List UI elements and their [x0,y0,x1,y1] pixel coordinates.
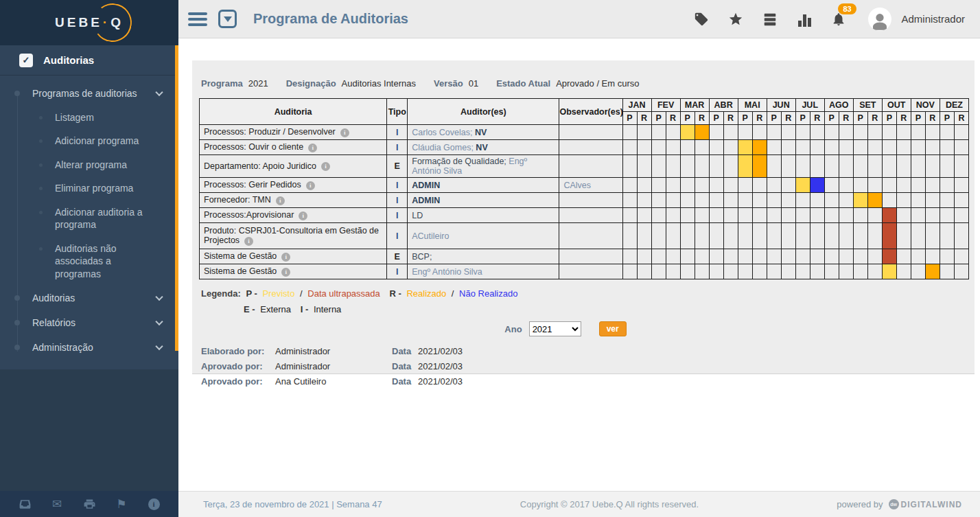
auditor-name[interactable]: NV [474,143,488,152]
schedule-cell-empty [810,125,824,140]
observer-name[interactable]: CAlves [559,178,622,193]
auditor-name[interactable]: LD [412,211,423,220]
column-header: Auditor(es) [408,99,559,125]
mail-icon[interactable]: ✉ [50,497,64,511]
auditor-name[interactable]: Carlos Covelas; [412,128,472,137]
app-logo[interactable]: UEBE·Q [0,0,178,45]
audit-title-cell: Processos: Ouvir o clientei [200,140,387,155]
schedule-cell-empty [622,125,637,140]
info-icon[interactable]: i [281,268,290,277]
server-list-icon[interactable] [762,12,778,27]
schedule-cell-yellow[interactable] [738,140,752,155]
sidebar-item-auditorias-nao-associadas[interactable]: Auditorias não associadas a programas [0,237,178,286]
sidebar-item-adicionar-programa[interactable]: Adicionar programa [0,129,178,152]
info-icon[interactable]: i [281,253,290,262]
month-header-out: OUT [882,99,911,112]
info-icon[interactable]: i [244,237,253,246]
info-icon[interactable]: i [340,128,349,137]
hamburger-menu-icon[interactable] [188,12,207,26]
schedule-cell-orange[interactable] [925,264,940,279]
auditor-name[interactable]: BCP; [412,252,432,262]
auditor-name[interactable]: Formação de Qualidade; [412,157,506,166]
notifications-bell-icon[interactable]: 83 [831,12,846,27]
powered-by-label: powered by [837,499,883,509]
schedule-cell-blue[interactable] [810,178,824,193]
schedule-cell-empty [925,223,940,249]
ver-button[interactable]: ver [599,321,627,336]
legend-separator: / [300,288,303,299]
chevron-down-icon [155,318,163,325]
sidebar-item-auditorias[interactable]: Auditorias [0,286,178,310]
schedule-cell-empty [651,208,666,223]
sidebar-item-alterar-programa[interactable]: Alterar programa [0,153,178,176]
digitalwind-logo[interactable]: dw DIGITALWIND [889,499,962,509]
sidebar-item-adicionar-auditoria-a-programa[interactable]: Adicionar auditoria a programa [0,200,178,237]
auditor-name[interactable]: ADMIN [412,196,440,205]
schedule-cell-empty [781,155,795,178]
sidebar-item-auditorias-root[interactable]: ✓ Auditorias [0,45,178,76]
printer-icon[interactable] [82,497,96,511]
info-icon[interactable]: i [276,196,285,205]
schedule-cell-empty [824,155,839,178]
schedule-cell-empty [940,249,954,264]
schedule-cell-empty [666,264,680,279]
legend-externa: Externa [260,304,291,314]
schedule-cell-yellow[interactable] [738,155,752,178]
subheader-mar-r: R [695,112,709,125]
auditor-name[interactable]: ACutileiro [412,231,449,241]
program-panel: Programa 2021 Designação Auditorias Inte… [192,60,975,374]
auditor-name[interactable]: Engº António Silva [412,267,482,277]
schedule-cell-empty [954,264,968,279]
auditor-name[interactable]: Cláudia Gomes; [412,143,474,152]
schedule-cell-empty [882,193,896,208]
user-avatar[interactable] [868,8,891,31]
schedule-cell-empty [911,249,925,264]
schedule-cell-orange[interactable] [695,125,709,140]
schedule-cell-orange[interactable] [752,155,767,178]
inbox-icon[interactable] [18,497,32,511]
schedule-cell-orange[interactable] [867,193,882,208]
schedule-cell-empty [752,208,767,223]
schedule-cell-yellow[interactable] [882,264,896,279]
info-icon[interactable]: i [321,162,330,171]
notification-count-badge[interactable]: 83 [838,3,856,14]
column-header: Tipo [387,99,408,125]
info-icon[interactable]: i [147,497,161,511]
tag-icon[interactable] [694,12,709,27]
month-header-jul: JUL [795,99,824,112]
schedule-cell-red[interactable] [882,223,896,249]
schedule-cell-empty [940,208,954,223]
schedule-cell-red[interactable] [882,208,896,223]
programa-value: 2021 [248,78,268,89]
schedule-cell-yellow[interactable] [795,178,810,193]
bar-chart-icon[interactable] [797,12,812,27]
year-select[interactable]: 2021 [529,321,581,336]
schedule-cell-red[interactable] [882,249,896,264]
schedule-cell-empty [637,223,651,249]
user-name[interactable]: Administrador [901,13,965,25]
month-header-fev: FEV [651,99,680,112]
star-icon[interactable] [728,12,743,27]
info-icon[interactable]: i [299,211,307,220]
flag-icon[interactable]: ⚑ [115,497,128,511]
sidebar-item-administracao[interactable]: Administração [0,335,178,360]
schedule-cell-empty [853,223,867,249]
schedule-cell-yellow[interactable] [853,193,867,208]
sidebar-item-relatorios[interactable]: Relatórios [0,310,178,335]
info-icon[interactable]: i [306,181,315,190]
schedule-cell-yellow[interactable] [680,125,695,140]
schedule-cell-empty [666,223,680,249]
schedule-cell-empty [954,178,968,193]
legend-p-key: P - [246,288,257,299]
sidebar-item-eliminar-programa[interactable]: Eliminar programa [0,176,178,200]
schedule-cell-orange[interactable] [752,140,767,155]
signature-date: 2021/02/03 [418,376,968,387]
auditor-name[interactable]: ADMIN [412,181,440,190]
sidebar-item-listagem[interactable]: Listagem [0,106,178,129]
sidebar-item-programas-de-auditorias[interactable]: Programas de auditorias [0,81,178,106]
audit-type: I [387,264,408,279]
info-icon[interactable]: i [308,143,317,152]
collapse-panel-icon[interactable] [218,10,237,28]
auditor-name[interactable]: NV [472,128,487,137]
schedule-cell-empty [853,264,867,279]
